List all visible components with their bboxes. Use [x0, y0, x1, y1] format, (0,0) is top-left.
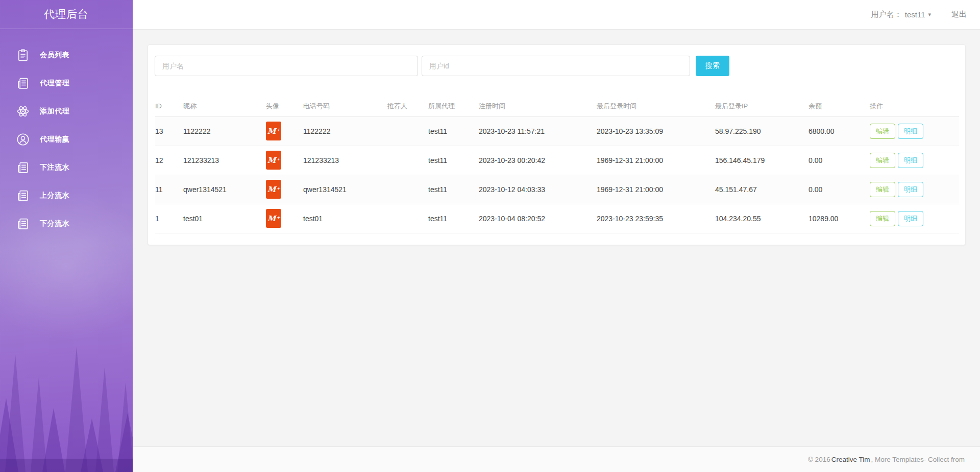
column-header: 最后登录时间: [597, 96, 715, 116]
detail-button[interactable]: 明细: [898, 182, 923, 197]
cell: [387, 204, 428, 233]
cell: qwer1314521: [303, 175, 387, 204]
cell: 1122222: [303, 116, 387, 146]
cell: 13: [155, 116, 183, 146]
cell: test01: [183, 204, 266, 233]
top-bar-right: 用户名：test11 ▾ 退出: [871, 0, 967, 29]
cell: 0.00: [808, 175, 870, 204]
cell: 156.146.45.179: [715, 146, 808, 175]
column-header: ID: [155, 96, 183, 116]
avatar: M⁺: [266, 180, 281, 199]
cell: 2023-10-23 13:35:09: [597, 116, 715, 146]
member-table: ID昵称头像电话号码推荐人所属代理注册时间最后登录时间最后登录IP余额操作 13…: [155, 96, 959, 233]
cell: test11: [428, 175, 479, 204]
sidebar-item-label: 代理管理: [40, 79, 69, 88]
cell: 1969-12-31 21:00:00: [597, 175, 715, 204]
column-header: 余额: [808, 96, 870, 116]
sidebar-item-label: 上分流水: [40, 191, 69, 200]
cell: 10289.00: [808, 204, 870, 233]
cell: 1122222: [183, 116, 266, 146]
table-row: 11qwer1314521M⁺qwer1314521test112023-10-…: [155, 175, 959, 204]
user-dropdown[interactable]: 用户名：test11 ▾: [871, 10, 931, 19]
username-label: 用户名：: [871, 10, 902, 19]
userid-search-input[interactable]: [422, 56, 690, 76]
sidebar-item-bet-flow[interactable]: 下注流水: [0, 153, 133, 181]
detail-button[interactable]: 明细: [898, 153, 923, 168]
avatar: M⁺: [266, 151, 281, 170]
sidebar-item-label: 下分流水: [40, 219, 69, 228]
avatar: M⁺: [266, 209, 281, 228]
atom-icon: [16, 104, 30, 119]
actions-cell: 编辑明细: [870, 204, 959, 233]
cell: 2023-10-12 04:03:33: [479, 175, 597, 204]
table-body: 131122222M⁺1122222test112023-10-23 11:57…: [155, 116, 959, 233]
footer-suffix-text: - Collect from: [924, 456, 965, 463]
cell: 2023-10-23 11:57:21: [479, 116, 597, 146]
caret-down-icon: ▾: [928, 11, 931, 18]
sidebar-item-label: 下注流水: [40, 163, 69, 172]
cell: test11: [428, 116, 479, 146]
cell: 1969-12-31 21:00:00: [597, 146, 715, 175]
table-row: 12121233213M⁺121233213test112023-10-23 0…: [155, 146, 959, 175]
avatar-cell: M⁺: [266, 175, 303, 204]
sidebar-item-withdraw-flow[interactable]: 下分流水: [0, 209, 133, 238]
cell: [387, 146, 428, 175]
avatar-cell: M⁺: [266, 204, 303, 233]
sidebar: 代理后台 会员列表代理管理添加代理代理输赢下注流水上分流水下分流水: [0, 0, 133, 472]
cell: 45.151.47.67: [715, 175, 808, 204]
cell: 121233213: [303, 146, 387, 175]
cell: test11: [428, 146, 479, 175]
sidebar-menu: 会员列表代理管理添加代理代理输赢下注流水上分流水下分流水: [0, 29, 133, 238]
cell: 2023-10-23 00:20:42: [479, 146, 597, 175]
avatar: M⁺: [266, 122, 281, 140]
app-title: 代理后台: [0, 0, 133, 29]
cell: 121233213: [183, 146, 266, 175]
edit-button[interactable]: 编辑: [870, 124, 895, 139]
detail-button[interactable]: 明细: [898, 124, 923, 139]
username-value: test11: [905, 10, 925, 19]
avatar-cell: M⁺: [266, 116, 303, 146]
cell: 2023-10-04 08:20:52: [479, 204, 597, 233]
sidebar-item-agent-add[interactable]: 添加代理: [0, 97, 133, 125]
cell: 104.234.20.55: [715, 204, 808, 233]
cell: 58.97.225.190: [715, 116, 808, 146]
logout-button[interactable]: 退出: [951, 10, 967, 19]
edit-button[interactable]: 编辑: [870, 153, 895, 168]
cell: qwer1314521: [183, 175, 266, 204]
cell: 0.00: [808, 146, 870, 175]
sidebar-item-label: 会员列表: [40, 51, 69, 60]
sidebar-item-agent-winloss[interactable]: 代理输赢: [0, 125, 133, 153]
news-icon: [16, 217, 30, 231]
cell: 6800.00: [808, 116, 870, 146]
column-header: 推荐人: [387, 96, 428, 116]
cell: 2023-10-23 23:59:35: [597, 204, 715, 233]
edit-button[interactable]: 编辑: [870, 211, 895, 226]
forest-background-image: [0, 268, 133, 472]
cell: [387, 116, 428, 146]
footer-middle-text: , More Templates: [871, 456, 923, 463]
cell: 1: [155, 204, 183, 233]
column-header: 头像: [266, 96, 303, 116]
cell: 11: [155, 175, 183, 204]
news-icon: [16, 160, 30, 175]
sidebar-item-agent-manage[interactable]: 代理管理: [0, 69, 133, 97]
news-icon: [16, 188, 30, 203]
cell: test01: [303, 204, 387, 233]
column-header: 最后登录IP: [715, 96, 808, 116]
search-button[interactable]: 搜索: [696, 56, 729, 76]
column-header: 操作: [870, 96, 959, 116]
actions-cell: 编辑明细: [870, 146, 959, 175]
column-header: 所属代理: [428, 96, 479, 116]
sidebar-item-member-list[interactable]: 会员列表: [0, 41, 133, 69]
sidebar-item-deposit-flow[interactable]: 上分流水: [0, 181, 133, 209]
detail-button[interactable]: 明细: [898, 211, 923, 226]
clipboard-icon: [16, 48, 30, 62]
person-icon: [16, 132, 30, 147]
footer-copyright: © 2016: [808, 456, 830, 463]
edit-button[interactable]: 编辑: [870, 182, 895, 197]
footer: © 2016 Creative Tim , More Templates - C…: [133, 446, 980, 472]
username-search-input[interactable]: [155, 56, 418, 76]
sidebar-item-label: 添加代理: [40, 107, 69, 116]
table-row: 131122222M⁺1122222test112023-10-23 11:57…: [155, 116, 959, 146]
table-row: 1test01M⁺test01test112023-10-04 08:20:52…: [155, 204, 959, 233]
